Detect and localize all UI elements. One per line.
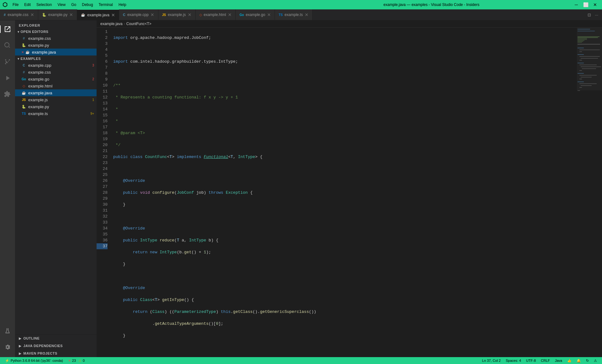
alert-icon: ⚠ bbox=[594, 359, 597, 363]
menu-selection[interactable]: Selection bbox=[34, 2, 54, 8]
go-file-icon: Go bbox=[240, 13, 244, 17]
title-bar: ⬡ File Edit Selection View Go Debug Term… bbox=[0, 0, 602, 9]
sidebar-item-html[interactable]: ◇ example.html bbox=[15, 82, 97, 89]
py-icon: 🐍 bbox=[21, 43, 26, 48]
sidebar-item-open-java[interactable]: ✕ ☕ example.java bbox=[15, 49, 97, 55]
sidebar-item-js[interactable]: JS example.js 1 bbox=[15, 96, 97, 103]
alerts-button[interactable]: ⚠ bbox=[591, 357, 599, 364]
tab-java-label: example.java bbox=[87, 13, 109, 17]
maven-section[interactable]: ▶ MAVEN PROJECTS bbox=[15, 350, 97, 357]
tab-java[interactable]: ☕ example.java ✕ bbox=[77, 9, 119, 20]
maven-label: MAVEN PROJECTS bbox=[24, 351, 57, 355]
open-editors-section[interactable]: ▾ OPEN EDITORS bbox=[15, 29, 97, 35]
scm-activity-icon[interactable] bbox=[0, 54, 15, 69]
line-ending-text: CRLF bbox=[541, 359, 550, 362]
examples-section[interactable]: ▾ EXAMPLES bbox=[15, 55, 97, 62]
debug-activity-icon[interactable] bbox=[0, 71, 15, 86]
tab-html-label: example.html bbox=[204, 13, 226, 17]
sidebar-item-open-css[interactable]: # example.css bbox=[15, 35, 97, 42]
tab-html-close[interactable]: ✕ bbox=[228, 12, 232, 17]
tab-html[interactable]: ◇ example.html ✕ bbox=[196, 9, 236, 20]
cursor-pos-text: Ln 37, Col 2 bbox=[482, 359, 501, 362]
tab-css[interactable]: # example.css ✕ bbox=[0, 9, 38, 20]
encoding-text: UTF-8 bbox=[526, 359, 536, 362]
tab-ts[interactable]: TS example.ts ✕ bbox=[275, 9, 313, 20]
sidebar-title: EXPLORER bbox=[15, 20, 97, 29]
sidebar-item-css[interactable]: # example.css bbox=[15, 69, 97, 76]
menu-terminal[interactable]: Terminal bbox=[96, 2, 115, 8]
breadcrumb-symbol[interactable]: CountFunc<T> bbox=[126, 22, 151, 26]
code-content[interactable]: import org.apache.hadoop.mapred.JobConf;… bbox=[111, 28, 577, 357]
language-mode[interactable]: Java bbox=[552, 357, 565, 364]
outline-section[interactable]: ▶ OUTLINE bbox=[15, 335, 97, 342]
testing-activity-icon[interactable] bbox=[0, 323, 15, 338]
svg-point-2 bbox=[5, 63, 6, 64]
notifications-button[interactable]: 🔔 bbox=[574, 357, 584, 364]
tab-css-close[interactable]: ✕ bbox=[30, 12, 34, 17]
tab-cpp-label: example.cpp bbox=[127, 13, 149, 17]
error-indicator[interactable]: ✕ 23 ⚠ 0 bbox=[66, 357, 87, 364]
sidebar-item-ts[interactable]: TS example.ts 9+ bbox=[15, 110, 97, 117]
sidebar-ts-label: example.ts bbox=[28, 111, 48, 116]
tab-js-close[interactable]: ✕ bbox=[188, 12, 192, 17]
tab-py-close[interactable]: ✕ bbox=[69, 12, 73, 17]
sidebar-item-go[interactable]: Go example.go 2 bbox=[15, 76, 97, 82]
cursor-position[interactable]: Ln 37, Col 2 bbox=[480, 357, 503, 364]
menu-help[interactable]: Help bbox=[116, 2, 129, 8]
open-editors-chevron: ▾ bbox=[18, 30, 19, 34]
minimize-button[interactable]: ─ bbox=[572, 1, 581, 8]
minimap[interactable] bbox=[577, 28, 602, 357]
cpp-error-badge: 3 bbox=[92, 64, 94, 67]
maximize-button[interactable]: ⬜ bbox=[581, 1, 590, 8]
sidebar-cpp-label: example.cpp bbox=[28, 63, 51, 68]
extensions-activity-icon[interactable] bbox=[0, 87, 15, 102]
feedback-button[interactable]: 👍 bbox=[565, 357, 574, 364]
sidebar-item-py[interactable]: 🐍 example.py bbox=[15, 103, 97, 110]
menu-debug[interactable]: Debug bbox=[79, 2, 95, 8]
menu-view[interactable]: View bbox=[55, 2, 68, 8]
tab-go[interactable]: Go example.go ✕ bbox=[236, 9, 275, 20]
explorer-activity-icon[interactable] bbox=[0, 22, 15, 37]
activity-bar-bottom bbox=[0, 323, 15, 355]
language-text: Java bbox=[555, 359, 562, 362]
warning-triangle-icon: ⚠ bbox=[78, 359, 82, 363]
ts-file-icon: TS bbox=[279, 13, 283, 17]
sidebar-item-cpp[interactable]: C example.cpp 3 bbox=[15, 62, 97, 69]
remote-indicator[interactable]: ⚡ Python 3.6.8 64-bit ('py36': conda) bbox=[3, 357, 66, 364]
split-editor-icon[interactable]: ⊡ bbox=[586, 12, 592, 18]
tab-cpp-close[interactable]: ✕ bbox=[150, 12, 154, 17]
menu-go[interactable]: Go bbox=[69, 2, 79, 8]
encoding[interactable]: UTF-8 bbox=[524, 357, 538, 364]
tab-go-close[interactable]: ✕ bbox=[267, 12, 271, 17]
tab-ts-close[interactable]: ✕ bbox=[305, 12, 309, 17]
indentation[interactable]: Spaces: 4 bbox=[503, 357, 524, 364]
sidebar-html-label: example.html bbox=[28, 84, 52, 88]
more-tabs-icon[interactable]: ··· bbox=[594, 12, 599, 18]
code-editor[interactable]: 12345 678910 1112131415 1617181920 21222… bbox=[97, 28, 577, 357]
open-java-label: example.java bbox=[32, 50, 56, 55]
tab-cpp[interactable]: C example.cpp ✕ bbox=[119, 9, 158, 20]
thumbsup-icon: 👍 bbox=[567, 359, 572, 363]
settings-activity-icon[interactable] bbox=[0, 340, 15, 355]
java-deps-label: JAVA DEPENDENCIES bbox=[24, 344, 63, 348]
outline-label: OUTLINE bbox=[24, 336, 40, 340]
tab-js[interactable]: JS example.js ✕ bbox=[158, 9, 196, 20]
menu-edit[interactable]: Edit bbox=[22, 2, 33, 8]
sidebar-item-java[interactable]: ☕ example.java bbox=[15, 89, 97, 96]
java-dirty-indicator: ✕ bbox=[21, 50, 24, 54]
tab-java-close[interactable]: ✕ bbox=[111, 13, 115, 18]
search-activity-icon[interactable] bbox=[0, 38, 15, 53]
menu-file[interactable]: File bbox=[10, 2, 21, 8]
close-button[interactable]: ✕ bbox=[591, 1, 599, 8]
sidebar-py-label: example.py bbox=[28, 104, 49, 109]
line-ending[interactable]: CRLF bbox=[538, 357, 552, 364]
minimap-svg bbox=[577, 28, 602, 247]
sidebar-item-open-py[interactable]: 🐍 example.py bbox=[15, 42, 97, 49]
java-deps-section[interactable]: ▶ JAVA DEPENDENCIES bbox=[15, 342, 97, 350]
tab-actions: ⊡ ··· bbox=[584, 12, 602, 18]
window-controls: ─ ⬜ ✕ bbox=[572, 1, 599, 8]
tab-py[interactable]: 🐍 example.py ✕ bbox=[38, 9, 77, 20]
sync-button[interactable]: ↻ bbox=[584, 357, 591, 364]
breadcrumb-file[interactable]: example.java bbox=[100, 22, 123, 26]
window-title: example.java — examples - Visual Studio … bbox=[291, 3, 572, 7]
